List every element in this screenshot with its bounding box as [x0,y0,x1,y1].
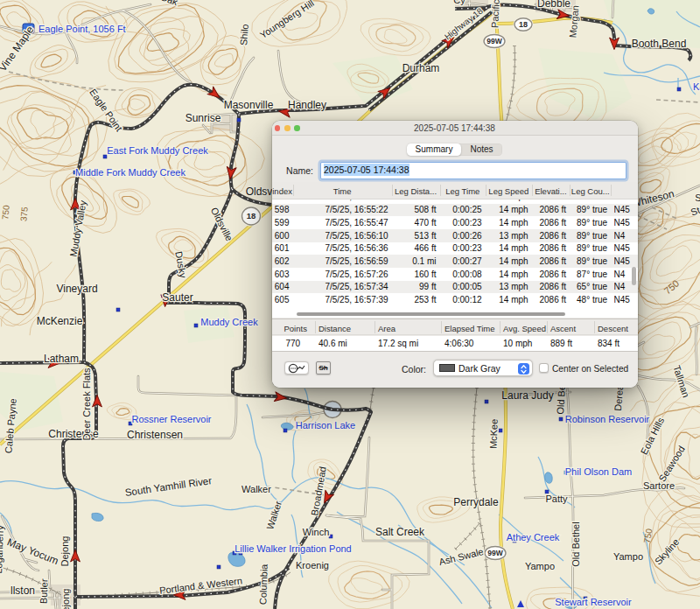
svg-text:Stewart Reservoir: Stewart Reservoir [555,597,632,607]
svg-text:Laura Judy: Laura Judy [501,389,553,402]
svg-text:Shilo: Shilo [238,24,250,46]
svg-text:18: 18 [247,211,256,220]
svg-text:Sauter: Sauter [162,291,192,304]
svg-text:Dejong: Dejong [60,589,71,609]
svg-text:Old Bethel: Old Bethel [570,522,581,566]
svg-text:S: S [695,192,700,203]
svg-text:Durham: Durham [402,62,440,74]
svg-text:Dejong: Dejong [60,536,70,567]
svg-text:Deer Creek Flats: Deer Creek Flats [81,368,92,441]
svg-text:East Fork Muddy Creek: East Fork Muddy Creek [107,145,208,156]
svg-text:Sartore: Sartore [643,480,675,491]
svg-text:Athey Creek: Athey Creek [507,532,560,542]
svg-text:Pacific: Pacific [489,0,501,28]
svg-text:Latham: Latham [44,353,79,365]
svg-text:Eagle Point, 1056 Ft: Eagle Point, 1056 Ft [38,24,126,34]
svg-text:Handley: Handley [288,99,326,111]
svg-text:McKee: McKee [487,419,499,450]
svg-text:99W: 99W [486,37,502,46]
svg-text:Walker: Walker [242,484,271,494]
svg-text:Perrydale: Perrydale [453,496,499,508]
svg-text:Sunrise: Sunrise [186,112,221,124]
svg-text:Kroenig: Kroenig [296,560,329,570]
svg-text:99W: 99W [487,549,503,557]
svg-text:Lillie Walker Irrigation Pond: Lillie Walker Irrigation Pond [234,543,351,554]
svg-text:Old Be: Old Be [555,385,567,415]
svg-text:McKenzie: McKenzie [37,315,83,327]
svg-text:llston: llston [10,584,35,597]
svg-text:18: 18 [519,20,528,29]
svg-text:Winch: Winch [303,527,330,537]
svg-text:375: 375 [18,206,29,221]
svg-text:Rossner Reservoir: Rossner Reservoir [131,414,211,424]
svg-text:Patty: Patty [545,494,568,504]
svg-text:Phil Olson Dam: Phil Olson Dam [565,466,632,477]
svg-text:Yampo: Yampo [525,561,555,571]
svg-text:Oldsv: Oldsv [246,186,273,198]
svg-text:Debble: Debble [537,0,570,10]
svg-text:Muddy Creek: Muddy Creek [200,317,258,327]
svg-text:Columbia: Columbia [257,564,270,606]
svg-text:Robinson Reservoir: Robinson Reservoir [565,414,650,424]
svg-text:Kau: Kau [693,81,700,92]
svg-text:Masonville: Masonville [224,99,274,111]
svg-text:Middle Fork Muddy Creek: Middle Fork Muddy Creek [75,167,186,178]
svg-text:Christensen: Christensen [127,429,183,441]
svg-text:Vineyard: Vineyard [56,283,97,295]
svg-text:Yampo: Yampo [613,551,643,562]
svg-text:Cy: Cy [453,0,466,5]
svg-text:Salt Creek: Salt Creek [375,526,425,538]
svg-text:Booth Bend: Booth Bend [632,38,687,50]
svg-text:750: 750 [0,204,10,220]
svg-text:Harrison Lake: Harrison Lake [296,420,355,430]
svg-text:Butler: Butler [38,578,50,604]
